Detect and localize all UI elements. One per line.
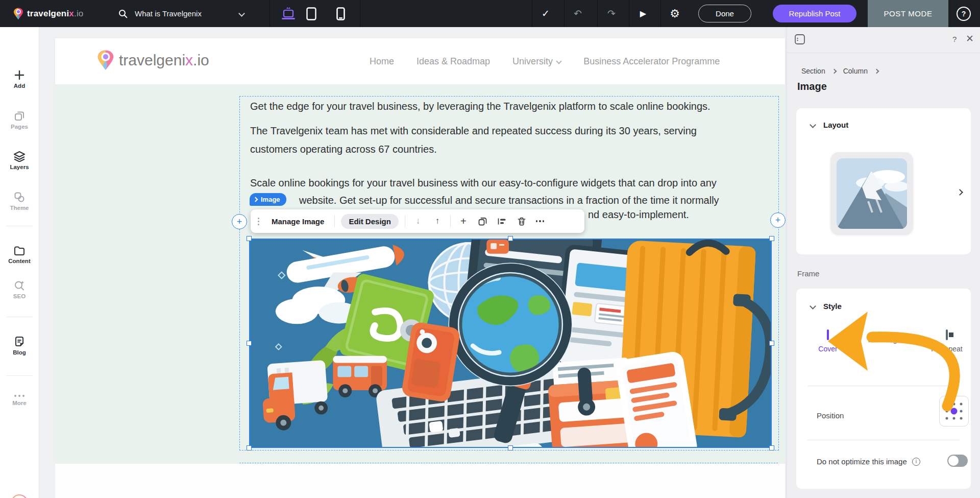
- device-desktop-button[interactable]: [277, 0, 300, 27]
- republish-post-button[interactable]: Republish Post: [773, 5, 856, 22]
- dock-panel-icon[interactable]: [794, 34, 805, 45]
- help-button[interactable]: ?: [952, 0, 975, 27]
- post-mode-indicator[interactable]: POST MODE: [868, 0, 948, 27]
- selected-image[interactable]: [249, 239, 772, 448]
- sidebar-item-content[interactable]: Content: [0, 246, 39, 264]
- page-selector-value: What is Travelgenix: [135, 9, 202, 18]
- resize-handle-ne[interactable]: [769, 236, 774, 241]
- device-mobile-button[interactable]: [329, 0, 352, 27]
- site-paragraph-3-line-2: website. Get set-up for successful and s…: [299, 195, 719, 206]
- layers-icon: [13, 151, 26, 162]
- site-nav: Home Ideas & Roadmap University Business…: [370, 38, 720, 84]
- close-icon[interactable]: ✕: [966, 34, 974, 43]
- resize-handle-s[interactable]: [508, 445, 513, 450]
- done-button[interactable]: Done: [698, 5, 751, 22]
- divider: [270, 0, 270, 27]
- divider: [6, 226, 33, 226]
- duplicate-button[interactable]: [476, 215, 489, 228]
- nav-business-accelerator[interactable]: Business Accelerator Programme: [583, 56, 720, 67]
- align-icon: [498, 218, 506, 225]
- site-paragraph-2-line-2: customers operating across 67 countries.: [250, 144, 437, 155]
- section-bottom-outline: [239, 463, 778, 463]
- move-up-button[interactable]: ↑: [431, 215, 444, 228]
- element-type-badge[interactable]: Image: [250, 193, 286, 206]
- folder-icon: [14, 246, 25, 256]
- sidebar-item-more[interactable]: More: [0, 394, 39, 406]
- divider: [6, 317, 33, 317]
- drag-handle-icon[interactable]: [256, 218, 261, 225]
- undo-icon: ↶: [574, 9, 582, 18]
- sidebar-item-layers[interactable]: Layers: [0, 151, 39, 170]
- ai-assistant-button[interactable]: ✦: [11, 494, 28, 498]
- site-paragraph-3-line-3: nd easy-to-implement.: [588, 209, 689, 221]
- resize-handle-e[interactable]: [769, 341, 774, 346]
- breadcrumb-column[interactable]: Column: [843, 67, 868, 75]
- resize-handle-sw[interactable]: [247, 445, 252, 450]
- align-button[interactable]: [496, 215, 509, 228]
- layout-section-toggle[interactable]: Layout: [811, 121, 848, 129]
- blog-icon: [14, 336, 25, 347]
- resize-handle-nw[interactable]: [247, 236, 252, 241]
- position-grid[interactable]: [939, 396, 969, 426]
- sidebar-item-add[interactable]: Add: [0, 69, 39, 89]
- position-center-dot[interactable]: [951, 408, 958, 415]
- style-option-cover[interactable]: Cover: [807, 330, 848, 353]
- redo-button[interactable]: ↷: [600, 0, 623, 27]
- panel-help-icon[interactable]: ?: [952, 35, 957, 43]
- sidebar-item-pages[interactable]: Pages: [0, 110, 39, 130]
- panel-header: ? ✕: [787, 27, 980, 53]
- editor-brand-logo: travelgenix.io: [13, 0, 84, 27]
- resize-handle-se[interactable]: [769, 445, 774, 450]
- resize-handle-w[interactable]: [247, 341, 252, 346]
- sidebar-item-theme[interactable]: Theme: [0, 192, 39, 211]
- site-logo[interactable]: travelgenix.io: [97, 50, 209, 71]
- save-check-button[interactable]: ✓: [534, 0, 557, 27]
- nav-home[interactable]: Home: [370, 56, 394, 67]
- breadcrumb-section[interactable]: Section: [801, 67, 825, 75]
- style-section-toggle[interactable]: Style: [811, 302, 842, 311]
- layout-next-chevron[interactable]: [957, 189, 963, 196]
- copy-icon: [478, 217, 487, 226]
- divider: [6, 375, 33, 376]
- style-option-no-repeat[interactable]: No repeat: [925, 330, 969, 353]
- optimize-toggle[interactable]: [947, 455, 968, 467]
- tablet-icon: [306, 7, 316, 20]
- add-column-right-button[interactable]: +: [770, 212, 786, 228]
- chevron-down-icon: [810, 122, 816, 128]
- sidebar-item-seo[interactable]: SEO: [0, 280, 39, 299]
- mobile-icon: [336, 7, 345, 20]
- site-paragraph-2-line-1: The Travelgenix team has met with consid…: [250, 125, 697, 137]
- site-header: travelgenix.io Home Ideas & Roadmap Univ…: [55, 38, 785, 84]
- settings-button[interactable]: ⚙: [664, 0, 686, 27]
- resize-handle-n[interactable]: [508, 236, 513, 241]
- sparkle-icon: ✦: [12, 495, 27, 498]
- travel-illustration: [250, 240, 771, 447]
- chevron-down-icon: [810, 303, 816, 310]
- edit-design-button[interactable]: Edit Design: [341, 214, 399, 229]
- chevron-right-icon: [831, 68, 837, 74]
- add-element-button[interactable]: +: [457, 215, 470, 228]
- plus-icon: [14, 69, 25, 81]
- move-down-button[interactable]: ↓: [411, 215, 425, 228]
- toolbar-more-button[interactable]: [534, 220, 546, 222]
- site-paragraph-3-line-1: Scale online bookings for your travel bu…: [250, 177, 717, 189]
- sidebar-item-blog[interactable]: Blog: [0, 336, 39, 355]
- undo-button[interactable]: ↶: [567, 0, 589, 27]
- divider: [334, 215, 335, 227]
- style-option-full-image[interactable]: Full image: [862, 330, 908, 344]
- add-column-left-button[interactable]: +: [232, 214, 247, 229]
- image-thumbnail[interactable]: [830, 152, 913, 235]
- info-icon[interactable]: i: [912, 458, 920, 466]
- delete-button[interactable]: [515, 215, 528, 228]
- check-icon: ✓: [542, 9, 550, 18]
- preview-button[interactable]: ▶: [632, 0, 654, 27]
- editor-brand-text: travelgenix.io: [27, 9, 84, 19]
- more-dots-icon: [13, 394, 26, 398]
- manage-image-button[interactable]: Manage Image: [267, 217, 328, 226]
- nav-ideas-roadmap[interactable]: Ideas & Roadmap: [416, 56, 490, 67]
- page-selector[interactable]: What is Travelgenix: [118, 0, 244, 27]
- nav-university[interactable]: University: [512, 56, 561, 67]
- divider: [597, 0, 598, 27]
- device-tablet-button[interactable]: [300, 0, 323, 27]
- play-icon: ▶: [640, 10, 646, 18]
